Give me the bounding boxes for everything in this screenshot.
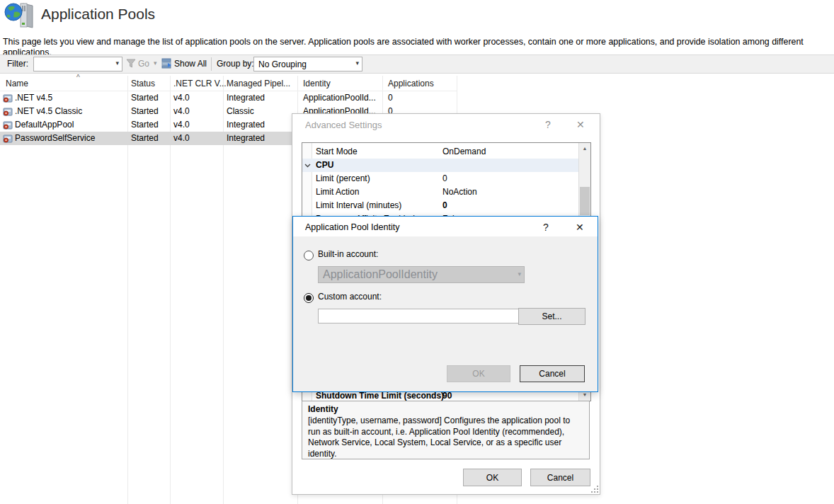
set-button[interactable]: Set...	[518, 308, 585, 325]
section-label: CPU	[316, 159, 333, 172]
go-button[interactable]: Go	[126, 57, 153, 71]
sort-ascending-icon: ^	[76, 74, 80, 81]
builtin-account-value: ApplicationPoolIdentity	[323, 269, 438, 280]
show-all-label: Show All	[174, 58, 207, 70]
cell-applications: 0	[388, 91, 393, 105]
page-title: Application Pools	[41, 6, 155, 23]
cancel-button[interactable]: Cancel	[520, 365, 585, 382]
cell-identity: ApplicationPoolId...	[303, 91, 376, 105]
cell-status: Started	[131, 118, 159, 132]
dialog-title: Advanced Settings	[305, 119, 382, 132]
dropdown-arrow-icon[interactable]: ▾	[115, 59, 119, 67]
property-value: 0	[442, 199, 447, 212]
column-header-status[interactable]: Status	[131, 78, 155, 90]
close-icon[interactable]: ✕	[576, 118, 585, 131]
help-button[interactable]: ?	[543, 221, 549, 234]
property-section-row[interactable]: CPU	[302, 159, 579, 172]
cell-status: Started	[131, 91, 159, 105]
filter-input[interactable]	[35, 58, 110, 70]
app-pool-icon	[3, 133, 13, 143]
dropdown-arrow-icon: ▾	[518, 270, 521, 277]
cancel-button[interactable]: Cancel	[530, 469, 590, 486]
custom-account-input[interactable]	[318, 309, 520, 323]
property-help-panel: Identity [identityType, username, passwo…	[302, 401, 590, 459]
cell-pipeline: Integrated	[227, 118, 265, 132]
builtin-account-label[interactable]: Built-in account:	[318, 248, 378, 261]
server-globe-icon	[4, 2, 37, 29]
scroll-up-icon[interactable]: ▲	[579, 143, 590, 154]
property-value: 0	[442, 172, 447, 185]
cell-pipeline: Integrated	[227, 91, 265, 105]
filter-funnel-icon	[126, 59, 136, 68]
cell-name: .NET v4.5	[15, 91, 52, 105]
close-icon[interactable]: ✕	[576, 221, 584, 234]
group-by-label: Group by:	[217, 58, 254, 70]
builtin-account-radio[interactable]	[304, 251, 314, 260]
ok-button[interactable]: OK	[447, 365, 510, 382]
custom-account-radio[interactable]	[304, 293, 314, 303]
column-header-clr-version[interactable]: .NET CLR V...	[173, 78, 227, 90]
help-panel-text: [identityType, username, password] Confi…	[308, 416, 584, 459]
custom-account-label[interactable]: Custom account:	[318, 290, 382, 304]
ok-button[interactable]: OK	[463, 469, 522, 486]
application-pools-page: Application Pools This page lets you vie…	[0, 0, 834, 504]
cell-name: PasswordSelfService	[15, 132, 95, 145]
group-by-combobox[interactable]: No Grouping ▾	[253, 57, 362, 71]
column-header-applications[interactable]: Applications	[388, 78, 434, 90]
cell-status: Started	[131, 105, 159, 118]
property-value: OnDemand	[442, 145, 486, 159]
filter-combobox[interactable]: ▾	[33, 57, 122, 71]
filter-label: Filter:	[7, 58, 28, 70]
cell-clr: v4.0	[173, 91, 190, 105]
property-row[interactable]: Start Mode OnDemand	[302, 145, 579, 159]
show-all-icon	[161, 58, 172, 69]
resize-grip[interactable]	[591, 486, 598, 493]
go-dropdown-arrow-icon[interactable]: ▾	[154, 59, 157, 67]
property-row[interactable]: Limit (percent) 0	[302, 172, 579, 185]
column-header-identity[interactable]: Identity	[303, 78, 331, 90]
property-row[interactable]: Limit Action NoAction	[302, 185, 579, 199]
property-label: Start Mode	[316, 145, 358, 159]
cell-clr: v4.0	[173, 118, 190, 132]
cell-name: .NET v4.5 Classic	[15, 105, 82, 118]
dialog-title: Application Pool Identity	[305, 222, 399, 233]
cell-status: Started	[131, 132, 159, 145]
app-pool-icon	[3, 106, 13, 116]
application-pool-identity-dialog: Application Pool Identity ? ✕ Built-in a…	[292, 216, 598, 392]
property-label: Limit Action	[316, 185, 359, 199]
help-button[interactable]: ?	[545, 118, 551, 131]
show-all-button[interactable]: Show All	[161, 57, 208, 71]
toolbar-separator	[211, 57, 212, 71]
help-panel-title: Identity	[308, 404, 338, 415]
go-label: Go	[138, 58, 149, 70]
builtin-account-select[interactable]: ApplicationPoolIdentity ▾	[318, 266, 525, 283]
property-label: Limit Interval (minutes)	[316, 199, 401, 212]
property-value: NoAction	[442, 185, 477, 199]
table-row[interactable]: .NET v4.5 Started v4.0 Integrated Applic…	[0, 91, 457, 105]
property-label: Limit (percent)	[316, 172, 370, 185]
dropdown-arrow-icon[interactable]: ▾	[355, 59, 359, 67]
chevron-down-icon[interactable]	[304, 164, 311, 168]
cell-clr: v4.0	[173, 105, 190, 118]
list-header: ^ Name Status .NET CLR V... Managed Pipe…	[0, 76, 457, 91]
cell-name: DefaultAppPool	[15, 118, 74, 132]
cell-clr: v4.0	[173, 132, 190, 145]
scrollbar-thumb[interactable]	[580, 187, 590, 215]
app-pool-icon	[3, 93, 13, 103]
actions-toolbar: Filter: ▾ Go ▾ Show All Group by: No Gro…	[0, 55, 834, 74]
group-by-value: No Grouping	[258, 59, 307, 70]
property-row[interactable]: Limit Interval (minutes) 0	[302, 199, 579, 212]
cell-pipeline: Integrated	[227, 132, 265, 145]
app-pool-icon	[3, 120, 13, 130]
cell-pipeline: Classic	[227, 105, 254, 118]
column-header-name[interactable]: Name	[6, 78, 28, 90]
column-header-pipeline[interactable]: Managed Pipel...	[227, 78, 290, 90]
